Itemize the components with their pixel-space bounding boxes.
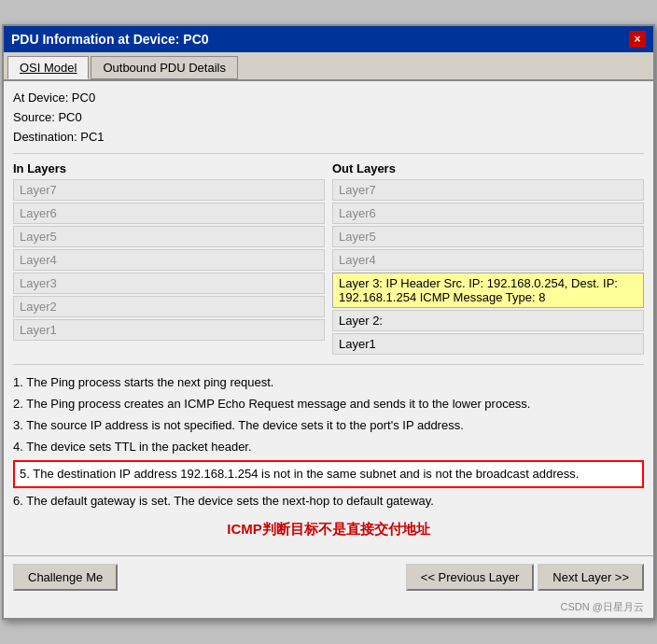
out-layer5: Layer5 xyxy=(332,226,644,247)
in-layer5: Layer5 xyxy=(13,226,325,247)
out-layer6: Layer6 xyxy=(332,203,644,224)
watermark: CSDN @日星月云 xyxy=(4,598,653,618)
out-layer3[interactable]: Layer 3: IP Header Src. IP: 192.168.0.25… xyxy=(332,273,644,308)
prev-layer-button[interactable]: << Previous Layer xyxy=(406,564,535,591)
in-layers-column: In Layers Layer7 Layer6 Layer5 Layer4 La… xyxy=(13,161,325,357)
challenge-me-button[interactable]: Challenge Me xyxy=(13,564,118,591)
navigation-buttons: << Previous Layer Next Layer >> xyxy=(406,564,644,591)
desc-6: 6. The default gateway is set. The devic… xyxy=(13,491,644,511)
at-device: At Device: PC0 xyxy=(13,89,644,108)
source: Source: PC0 xyxy=(13,108,644,128)
tab-outbound-pdu[interactable]: Outbound PDU Details xyxy=(91,56,238,79)
desc-2: 2. The Ping process creates an ICMP Echo… xyxy=(13,394,644,414)
desc-1: 1. The Ping process starts the next ping… xyxy=(13,372,644,393)
out-layers-column: Out Layers Layer7 Layer6 Layer5 Layer4 L… xyxy=(332,161,644,357)
tab-osi-model[interactable]: OSI Model xyxy=(7,56,89,79)
close-button[interactable]: × xyxy=(629,31,646,48)
content-area: At Device: PC0 Source: PC0 Destination: … xyxy=(4,81,653,554)
dialog: PDU Information at Device: PC0 × OSI Mod… xyxy=(2,24,655,619)
dialog-title: PDU Information at Device: PC0 xyxy=(11,32,209,47)
descriptions: 1. The Ping process starts the next ping… xyxy=(13,372,644,511)
out-layers-header: Out Layers xyxy=(332,161,644,175)
in-layers-header: In Layers xyxy=(13,161,325,175)
in-layer6: Layer6 xyxy=(13,203,325,224)
in-layer1[interactable]: Layer1 xyxy=(13,319,325,341)
out-layer1[interactable]: Layer1 xyxy=(332,333,644,355)
layers-container: In Layers Layer7 Layer6 Layer5 Layer4 La… xyxy=(13,161,644,365)
title-bar: PDU Information at Device: PC0 × xyxy=(4,26,653,52)
desc-4: 4. The device sets TTL in the packet hea… xyxy=(13,437,644,457)
in-layer7: Layer7 xyxy=(13,179,325,201)
highlighted-desc-5: 5. The destination IP address 192.168.1.… xyxy=(13,460,644,488)
chinese-note: ICMP判断目标不是直接交付地址 xyxy=(13,521,644,539)
destination: Destination: PC1 xyxy=(13,128,644,147)
out-layer4: Layer4 xyxy=(332,249,644,271)
out-layer7: Layer7 xyxy=(332,179,644,201)
in-layer4: Layer4 xyxy=(13,249,325,271)
out-layer2[interactable]: Layer 2: xyxy=(332,310,644,331)
footer: Challenge Me << Previous Layer Next Laye… xyxy=(4,555,653,598)
in-layer3[interactable]: Layer3 xyxy=(13,273,325,294)
next-layer-button[interactable]: Next Layer >> xyxy=(538,564,644,591)
tab-bar: OSI Model Outbound PDU Details xyxy=(4,52,653,81)
in-layer2[interactable]: Layer2 xyxy=(13,296,325,317)
desc-3: 3. The source IP address is not specifie… xyxy=(13,415,644,436)
device-info: At Device: PC0 Source: PC0 Destination: … xyxy=(13,89,644,153)
